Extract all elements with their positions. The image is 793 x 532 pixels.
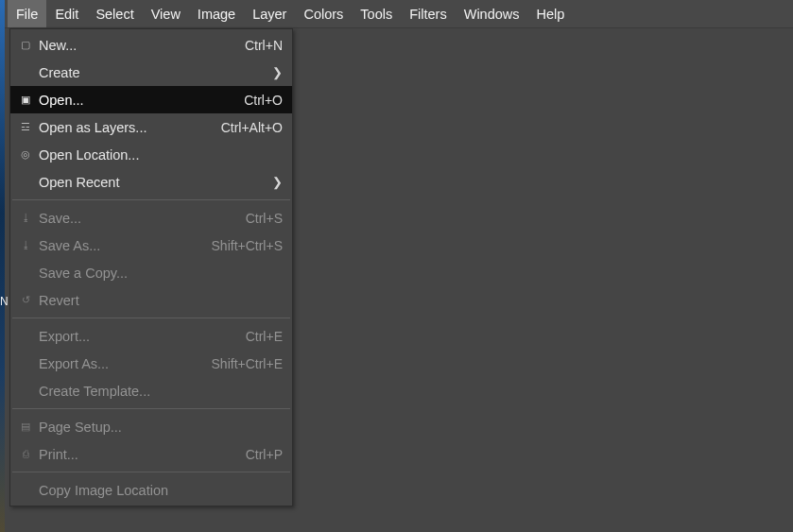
menu-separator [12,472,290,472]
menu-item-label: Print... [35,447,234,462]
menu-item-label: Open Recent [35,175,263,190]
menu-item-label: Open as Layers... [35,120,210,135]
menu-item-label: Open Location... [35,147,283,163]
menu-item-label: Export... [35,329,234,344]
file-menu-item-create[interactable]: Create❯ [10,59,292,86]
menu-windows[interactable]: Windows [456,0,528,27]
submenu-arrow-icon: ❯ [263,175,283,189]
file-menu-dropdown: ▢New...Ctrl+NCreate❯▣Open...Ctrl+O☲Open … [9,28,293,506]
file-menu-item-export-as[interactable]: Export As...Shift+Ctrl+E [10,350,292,377]
menu-item-shortcut: Ctrl+P [234,447,283,462]
menu-item-shortcut: Ctrl+S [234,211,283,226]
save-as-icon: ⭳ [16,240,35,250]
menu-item-label: Revert [35,293,283,308]
menu-item-shortcut: Shift+Ctrl+E [200,356,283,371]
file-menu-item-export[interactable]: Export...Ctrl+E [10,322,292,350]
globe-icon: ◎ [16,149,35,160]
file-menu-item-open-as-layers[interactable]: ☲Open as Layers...Ctrl+Alt+O [10,113,292,141]
submenu-arrow-icon: ❯ [263,65,283,79]
file-menu-item-print[interactable]: ⎙Print...Ctrl+P [10,440,292,468]
file-menu-item-new[interactable]: ▢New...Ctrl+N [10,31,292,59]
open-icon: ▣ [16,94,35,105]
page-setup-icon: ▤ [16,421,35,432]
menu-layer[interactable]: Layer [244,0,295,27]
menu-item-label: Page Setup... [35,420,283,435]
menu-help[interactable]: Help [528,0,574,27]
menu-edit[interactable]: Edit [46,0,87,27]
menu-item-label: Open... [35,93,233,108]
layers-icon: ☲ [16,122,35,132]
menu-separator [12,199,290,200]
menu-item-label: Save a Copy... [35,266,283,281]
menu-separator [12,408,290,409]
menu-item-shortcut: Shift+Ctrl+S [200,238,283,253]
menu-filters[interactable]: Filters [401,0,455,27]
file-menu-item-save-as[interactable]: ⭳Save As...Shift+Ctrl+S [10,232,292,259]
menu-item-label: New... [35,38,233,53]
menu-item-label: Export As... [35,356,200,371]
file-menu-item-open-recent[interactable]: Open Recent❯ [10,168,292,196]
menu-separator [12,317,290,318]
file-menu-item-page-setup[interactable]: ▤Page Setup... [10,413,292,440]
file-menu-item-open[interactable]: ▣Open...Ctrl+O [10,86,292,113]
menu-view[interactable]: View [143,0,189,27]
menu-file[interactable]: File [8,0,46,27]
menu-select[interactable]: Select [87,0,142,27]
file-menu-item-open-location[interactable]: ◎Open Location... [10,141,292,168]
save-icon: ⭳ [16,213,35,223]
menubar: FileEditSelectViewImageLayerColorsToolsF… [5,0,793,28]
revert-icon: ↺ [16,295,35,305]
menu-image[interactable]: Image [189,0,244,27]
menu-item-shortcut: Ctrl+N [233,38,283,53]
file-menu-item-revert[interactable]: ↺Revert [10,286,292,314]
menu-item-label: Save As... [35,238,200,253]
menu-item-shortcut: Ctrl+Alt+O [210,120,283,135]
menu-tools[interactable]: Tools [352,0,401,27]
menu-item-label: Copy Image Location [35,483,283,498]
truncated-text: N [0,295,9,308]
file-menu-item-save-a-copy[interactable]: Save a Copy... [10,259,292,286]
file-menu-item-copy-image-location[interactable]: Copy Image Location [10,476,292,504]
print-icon: ⎙ [16,449,35,459]
menu-item-label: Create Template... [35,384,283,399]
file-menu-item-create-template[interactable]: Create Template... [10,377,292,404]
menu-item-label: Create [35,65,263,80]
new-doc-icon: ▢ [16,40,35,50]
menu-item-shortcut: Ctrl+E [234,329,283,344]
file-menu-item-save[interactable]: ⭳Save...Ctrl+S [10,204,292,232]
menu-item-label: Save... [35,211,234,226]
window-left-edge [0,0,5,532]
menu-colors[interactable]: Colors [295,0,352,27]
menu-item-shortcut: Ctrl+O [233,93,283,108]
